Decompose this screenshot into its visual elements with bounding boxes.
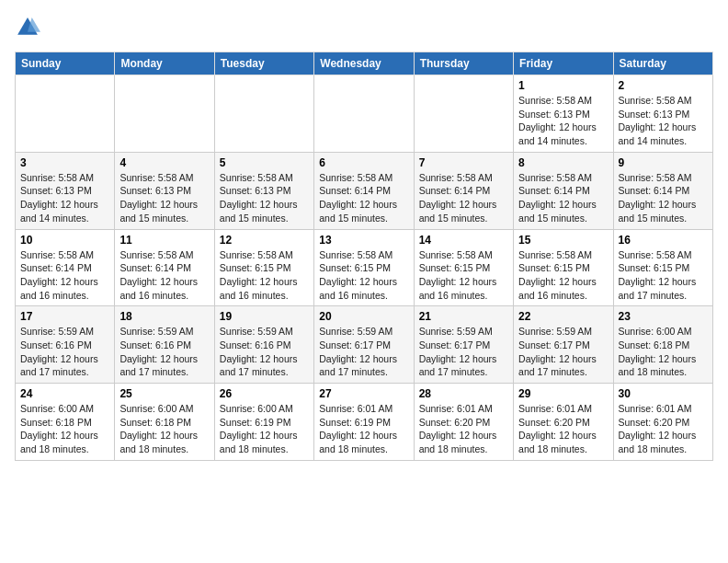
day-number: 19 <box>220 310 309 323</box>
calendar-week-row: 17Sunrise: 5:59 AM Sunset: 6:16 PM Dayli… <box>16 306 713 384</box>
calendar-cell: 25Sunrise: 6:00 AM Sunset: 6:18 PM Dayli… <box>115 384 214 461</box>
day-info: Sunrise: 5:58 AM Sunset: 6:15 PM Dayligh… <box>619 248 708 303</box>
calendar-cell: 28Sunrise: 6:01 AM Sunset: 6:20 PM Dayli… <box>414 384 513 461</box>
calendar-cell: 23Sunrise: 6:00 AM Sunset: 6:18 PM Dayli… <box>613 306 712 384</box>
calendar-cell: 29Sunrise: 6:01 AM Sunset: 6:20 PM Dayli… <box>514 384 613 461</box>
day-info: Sunrise: 5:58 AM Sunset: 6:15 PM Dayligh… <box>319 248 408 303</box>
day-info: Sunrise: 5:58 AM Sunset: 6:15 PM Dayligh… <box>518 248 608 303</box>
day-info: Sunrise: 5:58 AM Sunset: 6:14 PM Dayligh… <box>20 248 109 303</box>
day-number: 17 <box>20 310 109 323</box>
calendar-cell: 8Sunrise: 5:58 AM Sunset: 6:14 PM Daylig… <box>514 152 613 229</box>
day-number: 18 <box>119 310 209 323</box>
day-number: 2 <box>619 79 708 92</box>
logo-icon <box>15 15 40 40</box>
calendar-cell <box>414 75 513 153</box>
day-number: 13 <box>319 234 408 247</box>
weekday-header: Tuesday <box>214 52 313 75</box>
day-number: 27 <box>319 387 408 400</box>
calendar-cell: 17Sunrise: 5:59 AM Sunset: 6:16 PM Dayli… <box>16 306 115 384</box>
calendar-cell <box>314 75 414 153</box>
calendar-cell: 3Sunrise: 5:58 AM Sunset: 6:13 PM Daylig… <box>16 152 115 229</box>
day-info: Sunrise: 5:58 AM Sunset: 6:13 PM Dayligh… <box>119 171 209 225</box>
calendar-week-row: 10Sunrise: 5:58 AM Sunset: 6:14 PM Dayli… <box>16 229 713 306</box>
calendar-header-row: SundayMondayTuesdayWednesdayThursdayFrid… <box>16 52 713 75</box>
weekday-header: Monday <box>115 52 214 75</box>
calendar-table: SundayMondayTuesdayWednesdayThursdayFrid… <box>15 52 713 461</box>
day-info: Sunrise: 5:58 AM Sunset: 6:13 PM Dayligh… <box>518 94 608 148</box>
weekday-header: Thursday <box>414 52 513 75</box>
day-info: Sunrise: 5:58 AM Sunset: 6:13 PM Dayligh… <box>220 171 309 225</box>
day-number: 21 <box>419 310 508 323</box>
day-number: 4 <box>119 156 209 169</box>
day-info: Sunrise: 6:00 AM Sunset: 6:19 PM Dayligh… <box>220 402 309 456</box>
day-info: Sunrise: 6:01 AM Sunset: 6:19 PM Dayligh… <box>319 402 408 456</box>
day-info: Sunrise: 5:59 AM Sunset: 6:16 PM Dayligh… <box>220 325 309 379</box>
weekday-header: Wednesday <box>314 52 414 75</box>
day-number: 9 <box>619 156 708 169</box>
calendar-cell: 12Sunrise: 5:58 AM Sunset: 6:15 PM Dayli… <box>214 229 313 306</box>
day-number: 15 <box>518 234 608 247</box>
day-number: 3 <box>20 156 109 169</box>
weekday-header: Saturday <box>613 52 712 75</box>
day-info: Sunrise: 5:59 AM Sunset: 6:17 PM Dayligh… <box>419 325 508 379</box>
calendar-cell: 2Sunrise: 5:58 AM Sunset: 6:13 PM Daylig… <box>613 75 712 153</box>
day-number: 24 <box>20 387 109 400</box>
day-number: 6 <box>319 156 408 169</box>
day-info: Sunrise: 5:58 AM Sunset: 6:14 PM Dayligh… <box>518 171 608 225</box>
day-info: Sunrise: 5:59 AM Sunset: 6:16 PM Dayligh… <box>119 325 209 379</box>
day-info: Sunrise: 5:58 AM Sunset: 6:13 PM Dayligh… <box>20 171 109 225</box>
day-number: 5 <box>220 156 309 169</box>
calendar-cell: 21Sunrise: 5:59 AM Sunset: 6:17 PM Dayli… <box>414 306 513 384</box>
weekday-header: Sunday <box>16 52 115 75</box>
calendar-week-row: 3Sunrise: 5:58 AM Sunset: 6:13 PM Daylig… <box>16 152 713 229</box>
calendar-week-row: 1Sunrise: 5:58 AM Sunset: 6:13 PM Daylig… <box>16 75 713 153</box>
calendar-cell: 20Sunrise: 5:59 AM Sunset: 6:17 PM Dayli… <box>314 306 414 384</box>
day-number: 7 <box>419 156 508 169</box>
day-info: Sunrise: 6:00 AM Sunset: 6:18 PM Dayligh… <box>20 402 109 456</box>
day-number: 20 <box>319 310 408 323</box>
day-number: 10 <box>20 234 109 247</box>
day-number: 29 <box>518 387 608 400</box>
day-number: 8 <box>518 156 608 169</box>
day-info: Sunrise: 6:00 AM Sunset: 6:18 PM Dayligh… <box>119 402 209 456</box>
calendar-cell: 4Sunrise: 5:58 AM Sunset: 6:13 PM Daylig… <box>115 152 214 229</box>
day-info: Sunrise: 6:01 AM Sunset: 6:20 PM Dayligh… <box>518 402 608 456</box>
day-info: Sunrise: 5:58 AM Sunset: 6:14 PM Dayligh… <box>319 171 408 225</box>
calendar-cell: 13Sunrise: 5:58 AM Sunset: 6:15 PM Dayli… <box>314 229 414 306</box>
page-header <box>15 15 713 40</box>
calendar-cell: 10Sunrise: 5:58 AM Sunset: 6:14 PM Dayli… <box>16 229 115 306</box>
day-info: Sunrise: 6:01 AM Sunset: 6:20 PM Dayligh… <box>619 402 708 456</box>
day-info: Sunrise: 6:01 AM Sunset: 6:20 PM Dayligh… <box>419 402 508 456</box>
calendar-cell: 14Sunrise: 5:58 AM Sunset: 6:15 PM Dayli… <box>414 229 513 306</box>
calendar-cell: 30Sunrise: 6:01 AM Sunset: 6:20 PM Dayli… <box>613 384 712 461</box>
day-info: Sunrise: 5:59 AM Sunset: 6:17 PM Dayligh… <box>319 325 408 379</box>
day-info: Sunrise: 5:58 AM Sunset: 6:15 PM Dayligh… <box>419 248 508 303</box>
day-number: 11 <box>119 234 209 247</box>
calendar-cell: 5Sunrise: 5:58 AM Sunset: 6:13 PM Daylig… <box>214 152 313 229</box>
calendar-cell: 26Sunrise: 6:00 AM Sunset: 6:19 PM Dayli… <box>214 384 313 461</box>
calendar-cell: 6Sunrise: 5:58 AM Sunset: 6:14 PM Daylig… <box>314 152 414 229</box>
day-info: Sunrise: 5:59 AM Sunset: 6:16 PM Dayligh… <box>20 325 109 379</box>
calendar-cell: 15Sunrise: 5:58 AM Sunset: 6:15 PM Dayli… <box>514 229 613 306</box>
day-number: 30 <box>619 387 708 400</box>
calendar-cell: 24Sunrise: 6:00 AM Sunset: 6:18 PM Dayli… <box>16 384 115 461</box>
day-number: 25 <box>119 387 209 400</box>
calendar-cell: 18Sunrise: 5:59 AM Sunset: 6:16 PM Dayli… <box>115 306 214 384</box>
calendar-week-row: 24Sunrise: 6:00 AM Sunset: 6:18 PM Dayli… <box>16 384 713 461</box>
calendar-cell: 16Sunrise: 5:58 AM Sunset: 6:15 PM Dayli… <box>613 229 712 306</box>
day-number: 22 <box>518 310 608 323</box>
calendar-cell <box>214 75 313 153</box>
calendar-cell: 1Sunrise: 5:58 AM Sunset: 6:13 PM Daylig… <box>514 75 613 153</box>
weekday-header: Friday <box>514 52 613 75</box>
day-info: Sunrise: 5:58 AM Sunset: 6:14 PM Dayligh… <box>419 171 508 225</box>
day-number: 1 <box>518 79 608 92</box>
calendar-cell <box>115 75 214 153</box>
day-number: 26 <box>220 387 309 400</box>
calendar-cell: 22Sunrise: 5:59 AM Sunset: 6:17 PM Dayli… <box>514 306 613 384</box>
calendar-cell <box>16 75 115 153</box>
day-number: 14 <box>419 234 508 247</box>
day-number: 28 <box>419 387 508 400</box>
day-info: Sunrise: 5:58 AM Sunset: 6:14 PM Dayligh… <box>619 171 708 225</box>
day-number: 16 <box>619 234 708 247</box>
calendar-cell: 11Sunrise: 5:58 AM Sunset: 6:14 PM Dayli… <box>115 229 214 306</box>
